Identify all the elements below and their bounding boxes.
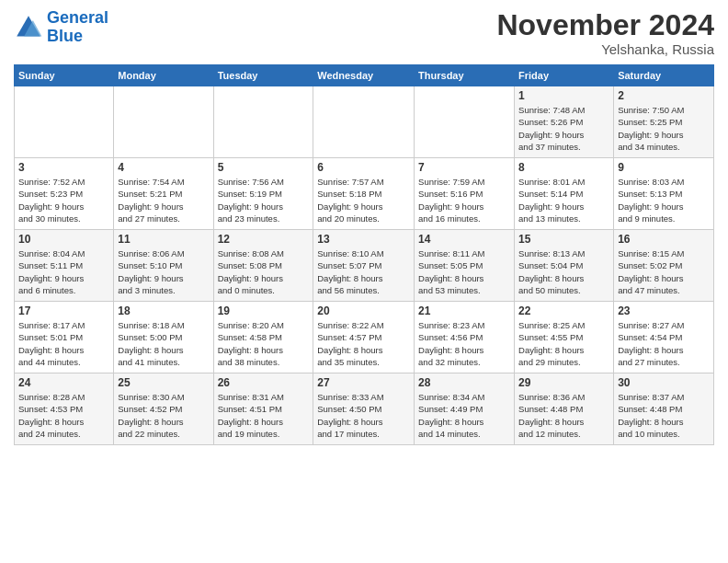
day-info: Sunrise: 8:36 AMSunset: 4:48 PMDaylight:… xyxy=(518,391,609,440)
calendar-cell: 22Sunrise: 8:25 AMSunset: 4:55 PMDayligh… xyxy=(515,302,614,373)
calendar-cell: 12Sunrise: 8:08 AMSunset: 5:08 PMDayligh… xyxy=(213,230,313,302)
calendar-cell xyxy=(114,86,213,158)
calendar-week-row: 24Sunrise: 8:28 AMSunset: 4:53 PMDayligh… xyxy=(15,373,714,445)
day-info: Sunrise: 8:31 AMSunset: 4:51 PMDaylight:… xyxy=(218,391,310,440)
calendar-cell: 25Sunrise: 8:30 AMSunset: 4:52 PMDayligh… xyxy=(114,373,213,445)
calendar-weekday: Saturday xyxy=(614,65,714,86)
day-info: Sunrise: 8:28 AMSunset: 4:53 PMDaylight:… xyxy=(18,391,109,440)
month-title: November 2024 xyxy=(496,9,714,41)
day-info: Sunrise: 8:11 AMSunset: 5:05 PMDaylight:… xyxy=(418,247,510,296)
calendar-cell: 16Sunrise: 8:15 AMSunset: 5:02 PMDayligh… xyxy=(614,230,714,302)
day-info: Sunrise: 8:33 AMSunset: 4:50 PMDaylight:… xyxy=(317,391,410,440)
day-info: Sunrise: 7:52 AMSunset: 5:23 PMDaylight:… xyxy=(18,176,109,224)
day-info: Sunrise: 8:25 AMSunset: 4:55 PMDaylight:… xyxy=(518,319,609,368)
calendar-cell: 7Sunrise: 7:59 AMSunset: 5:16 PMDaylight… xyxy=(415,158,515,230)
calendar-week-row: 10Sunrise: 8:04 AMSunset: 5:11 PMDayligh… xyxy=(15,230,714,302)
day-number: 22 xyxy=(518,304,609,317)
day-number: 23 xyxy=(618,304,710,317)
calendar-cell: 10Sunrise: 8:04 AMSunset: 5:11 PMDayligh… xyxy=(15,230,114,302)
calendar-cell: 19Sunrise: 8:20 AMSunset: 4:58 PMDayligh… xyxy=(213,302,313,373)
calendar-cell: 26Sunrise: 8:31 AMSunset: 4:51 PMDayligh… xyxy=(213,373,313,445)
day-info: Sunrise: 8:10 AMSunset: 5:07 PMDaylight:… xyxy=(317,247,410,296)
day-number: 24 xyxy=(18,376,109,389)
day-info: Sunrise: 8:01 AMSunset: 5:14 PMDaylight:… xyxy=(518,176,609,224)
calendar-cell: 8Sunrise: 8:01 AMSunset: 5:14 PMDaylight… xyxy=(515,158,614,230)
day-number: 10 xyxy=(18,233,109,246)
calendar-cell: 20Sunrise: 8:22 AMSunset: 4:57 PMDayligh… xyxy=(313,302,415,373)
calendar-cell: 4Sunrise: 7:54 AMSunset: 5:21 PMDaylight… xyxy=(114,158,213,230)
day-info: Sunrise: 8:22 AMSunset: 4:57 PMDaylight:… xyxy=(317,319,410,368)
day-number: 1 xyxy=(518,89,609,102)
day-number: 19 xyxy=(218,304,310,317)
day-info: Sunrise: 8:08 AMSunset: 5:08 PMDaylight:… xyxy=(218,247,310,296)
day-number: 6 xyxy=(317,161,410,174)
calendar-cell: 3Sunrise: 7:52 AMSunset: 5:23 PMDaylight… xyxy=(15,158,114,230)
calendar-cell: 18Sunrise: 8:18 AMSunset: 5:00 PMDayligh… xyxy=(114,302,213,373)
calendar-cell: 1Sunrise: 7:48 AMSunset: 5:26 PMDaylight… xyxy=(515,86,614,158)
day-info: Sunrise: 8:15 AMSunset: 5:02 PMDaylight:… xyxy=(618,247,710,296)
calendar-cell: 27Sunrise: 8:33 AMSunset: 4:50 PMDayligh… xyxy=(313,373,415,445)
day-number: 15 xyxy=(518,233,609,246)
calendar-cell: 24Sunrise: 8:28 AMSunset: 4:53 PMDayligh… xyxy=(15,373,114,445)
day-number: 28 xyxy=(418,376,510,389)
calendar-weekday: Monday xyxy=(114,65,213,86)
day-number: 12 xyxy=(218,233,310,246)
location: Yelshanka, Russia xyxy=(496,41,714,57)
day-number: 5 xyxy=(218,161,310,174)
day-info: Sunrise: 8:34 AMSunset: 4:49 PMDaylight:… xyxy=(418,391,510,440)
day-number: 2 xyxy=(618,89,710,102)
logo: General Blue xyxy=(14,9,108,46)
calendar-cell xyxy=(313,86,415,158)
day-info: Sunrise: 8:04 AMSunset: 5:11 PMDaylight:… xyxy=(18,247,109,296)
day-number: 14 xyxy=(418,233,510,246)
calendar-cell: 29Sunrise: 8:36 AMSunset: 4:48 PMDayligh… xyxy=(515,373,614,445)
calendar-cell: 28Sunrise: 8:34 AMSunset: 4:49 PMDayligh… xyxy=(415,373,515,445)
calendar-cell: 9Sunrise: 8:03 AMSunset: 5:13 PMDaylight… xyxy=(614,158,714,230)
day-info: Sunrise: 7:48 AMSunset: 5:26 PMDaylight:… xyxy=(518,104,609,153)
calendar-cell: 15Sunrise: 8:13 AMSunset: 5:04 PMDayligh… xyxy=(515,230,614,302)
calendar-week-row: 3Sunrise: 7:52 AMSunset: 5:23 PMDaylight… xyxy=(15,158,714,230)
day-number: 21 xyxy=(418,304,510,317)
calendar-cell xyxy=(415,86,515,158)
calendar-cell: 5Sunrise: 7:56 AMSunset: 5:19 PMDaylight… xyxy=(213,158,313,230)
day-number: 17 xyxy=(18,304,109,317)
logo-text: General Blue xyxy=(47,9,108,46)
day-info: Sunrise: 7:59 AMSunset: 5:16 PMDaylight:… xyxy=(418,176,510,224)
day-number: 4 xyxy=(118,161,209,174)
calendar-week-row: 1Sunrise: 7:48 AMSunset: 5:26 PMDaylight… xyxy=(15,86,714,158)
day-info: Sunrise: 8:13 AMSunset: 5:04 PMDaylight:… xyxy=(518,247,609,296)
day-number: 7 xyxy=(418,161,510,174)
calendar-cell xyxy=(213,86,313,158)
day-info: Sunrise: 8:23 AMSunset: 4:56 PMDaylight:… xyxy=(418,319,510,368)
day-info: Sunrise: 7:50 AMSunset: 5:25 PMDaylight:… xyxy=(618,104,710,153)
day-number: 13 xyxy=(317,233,410,246)
day-info: Sunrise: 7:56 AMSunset: 5:19 PMDaylight:… xyxy=(218,176,310,224)
day-info: Sunrise: 8:17 AMSunset: 5:01 PMDaylight:… xyxy=(18,319,109,368)
calendar-cell: 13Sunrise: 8:10 AMSunset: 5:07 PMDayligh… xyxy=(313,230,415,302)
day-number: 18 xyxy=(118,304,209,317)
day-number: 16 xyxy=(618,233,710,246)
calendar-header-row: SundayMondayTuesdayWednesdayThursdayFrid… xyxy=(15,65,714,86)
day-info: Sunrise: 8:06 AMSunset: 5:10 PMDaylight:… xyxy=(118,247,209,296)
calendar: SundayMondayTuesdayWednesdayThursdayFrid… xyxy=(14,64,714,445)
calendar-weekday: Wednesday xyxy=(313,65,415,86)
day-number: 30 xyxy=(618,376,710,389)
day-info: Sunrise: 7:57 AMSunset: 5:18 PMDaylight:… xyxy=(317,176,410,224)
header: General Blue November 2024 Yelshanka, Ru… xyxy=(14,9,714,57)
page: General Blue November 2024 Yelshanka, Ru… xyxy=(0,0,728,563)
calendar-weekday: Sunday xyxy=(15,65,114,86)
day-number: 20 xyxy=(317,304,410,317)
day-info: Sunrise: 8:27 AMSunset: 4:54 PMDaylight:… xyxy=(618,319,710,368)
day-number: 9 xyxy=(618,161,710,174)
calendar-cell: 2Sunrise: 7:50 AMSunset: 5:25 PMDaylight… xyxy=(614,86,714,158)
day-number: 11 xyxy=(118,233,209,246)
day-info: Sunrise: 8:20 AMSunset: 4:58 PMDaylight:… xyxy=(218,319,310,368)
calendar-cell: 17Sunrise: 8:17 AMSunset: 5:01 PMDayligh… xyxy=(15,302,114,373)
calendar-weekday: Friday xyxy=(515,65,614,86)
day-number: 26 xyxy=(218,376,310,389)
day-info: Sunrise: 8:37 AMSunset: 4:48 PMDaylight:… xyxy=(618,391,710,440)
day-info: Sunrise: 7:54 AMSunset: 5:21 PMDaylight:… xyxy=(118,176,209,224)
day-number: 29 xyxy=(518,376,609,389)
day-number: 8 xyxy=(518,161,609,174)
calendar-week-row: 17Sunrise: 8:17 AMSunset: 5:01 PMDayligh… xyxy=(15,302,714,373)
